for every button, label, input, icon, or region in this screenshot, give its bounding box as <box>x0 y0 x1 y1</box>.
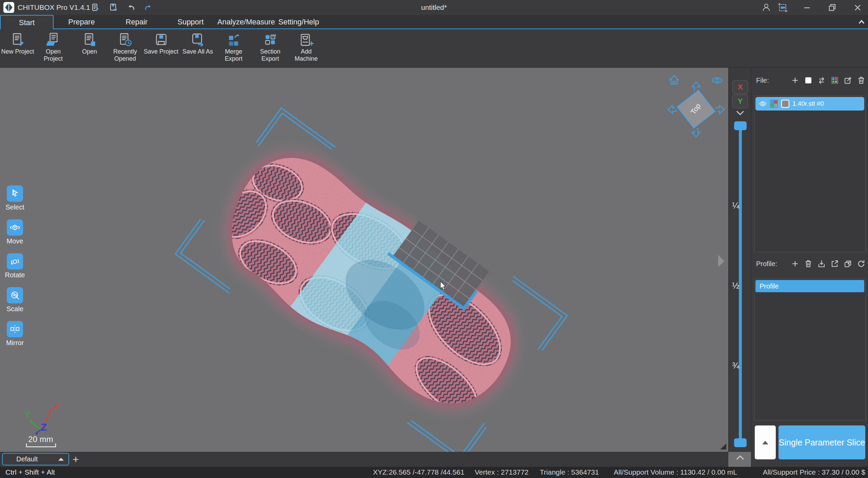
save-project-button[interactable]: Save Project <box>143 32 179 55</box>
save-project-icon <box>153 32 169 47</box>
tool-scale[interactable]: Scale <box>3 287 27 313</box>
profile-list: Profile <box>754 279 866 420</box>
tool-rotate[interactable]: Rotate <box>3 253 27 279</box>
tool-mirror[interactable]: Mirror <box>3 321 27 347</box>
section-export-icon <box>262 32 278 47</box>
slice-slider-track[interactable] <box>739 125 742 446</box>
import-profile-icon[interactable] <box>817 259 826 268</box>
scale-icon <box>10 290 20 300</box>
model-color-thumbnail <box>770 100 778 108</box>
export-profile-icon[interactable] <box>830 259 839 268</box>
chitubox-window: CHITUBOX Pro V1.4.1 untitled* <box>0 0 868 478</box>
axis-y-label: Y <box>24 410 31 420</box>
file-list-item[interactable]: 1.40r.stl #0 <box>755 97 864 111</box>
merge-export-button[interactable]: Merge Export <box>216 32 251 62</box>
save-all-as-icon <box>190 32 205 47</box>
add-profile-icon[interactable] <box>791 259 800 268</box>
file-label: File: <box>756 73 769 88</box>
redo-icon[interactable] <box>144 3 153 12</box>
move-icon <box>10 222 20 233</box>
restore-window-icon[interactable] <box>827 2 837 13</box>
slice-slider-bottom-handle[interactable] <box>734 438 747 447</box>
open-project-icon <box>45 32 61 47</box>
rotate-icon <box>10 256 20 266</box>
new-project-icon <box>10 32 25 47</box>
single-parameter-slice-button[interactable]: Single Parameter Slice <box>778 425 865 459</box>
refresh-profile-icon[interactable] <box>857 259 866 268</box>
minimize-icon[interactable] <box>802 2 812 13</box>
file-list: 1.40r.stl #0 <box>754 96 866 252</box>
model-preview-thumbnail <box>781 100 789 108</box>
scale-label: 20 mm <box>28 435 53 444</box>
panel-collapse-arrow-icon[interactable] <box>718 255 724 267</box>
slice-preview-column: X Y ¼ ½ ¾ <box>728 68 751 452</box>
open-project-button[interactable]: Open Project <box>36 32 71 62</box>
slice-slider-top-handle[interactable] <box>734 121 747 130</box>
model-shoe-sole[interactable] <box>175 107 568 452</box>
visibility-eye-icon[interactable] <box>759 100 767 107</box>
axis-indicator: X Y Z 20 mm <box>24 401 60 447</box>
fraction-half-label: ½ <box>729 281 739 291</box>
tab-analyze-measure[interactable]: Analyze/Measure <box>217 15 271 29</box>
collapse-ribbon-chevron-up-icon[interactable] <box>856 17 867 27</box>
add-workspace-button[interactable]: + <box>73 452 79 467</box>
add-file-icon[interactable] <box>791 76 800 85</box>
x-axis-button[interactable]: X <box>732 80 748 94</box>
workspace-tab-default[interactable]: Default <box>2 453 69 465</box>
close-icon[interactable] <box>852 2 863 13</box>
fraction-quarter-label: ¼ <box>729 201 739 211</box>
app-name: CHITUBOX Pro V1.4.1 <box>18 0 90 15</box>
viewport-3d[interactable]: Top X Y Z 20 mm <box>0 68 728 452</box>
undo-icon[interactable] <box>126 3 136 12</box>
fraction-three-quarter-label: ¾ <box>729 361 739 371</box>
open-button[interactable]: Open <box>72 32 107 55</box>
color-group-icon[interactable] <box>830 76 839 85</box>
profile-section-header: Profile: <box>751 256 868 271</box>
tab-start[interactable]: Start <box>0 15 54 29</box>
save-icon[interactable] <box>108 3 118 12</box>
axis-x-label: X <box>54 401 60 412</box>
chevron-down-icon[interactable] <box>736 110 745 116</box>
tab-prepare[interactable]: Prepare <box>54 15 110 29</box>
status-vertex: Vertex : 2713772 <box>475 467 529 478</box>
tab-setting-help[interactable]: Setting/Help <box>271 15 327 29</box>
delete-file-icon[interactable] <box>857 76 866 85</box>
ribbon-tab-bar: Start Prepare Repair Support Analyze/Mea… <box>0 15 868 29</box>
up-triangle-icon <box>762 441 768 444</box>
status-bar: Ctrl + Shift + Alt XYZ:26.565 /-47.778 /… <box>0 467 868 478</box>
add-machine-button[interactable]: Add Machine <box>289 32 324 62</box>
workspace-tab-label: Default <box>16 455 38 463</box>
nav-cube[interactable]: Top <box>674 87 718 131</box>
tool-move[interactable]: Move <box>3 219 27 245</box>
perspective-eye-icon[interactable] <box>712 78 722 83</box>
workspace-bar: Default + <box>0 452 728 467</box>
y-axis-button[interactable]: Y <box>732 95 748 108</box>
swap-files-icon[interactable] <box>817 76 826 85</box>
user-account-icon[interactable] <box>761 2 771 13</box>
recently-opened-button[interactable]: Recently Opened <box>107 32 143 62</box>
tab-repair[interactable]: Repair <box>110 15 164 29</box>
save-all-as-button[interactable]: Save All As <box>180 32 215 55</box>
rename-file-icon[interactable] <box>844 76 852 85</box>
share-profile-icon[interactable] <box>844 259 852 268</box>
section-export-button[interactable]: Section Export <box>253 32 288 62</box>
delete-profile-icon[interactable] <box>804 259 813 268</box>
select-box-icon[interactable] <box>804 76 813 85</box>
screenshot-icon[interactable] <box>777 2 788 13</box>
add-machine-icon <box>298 32 314 47</box>
file-section-header: File: <box>751 73 868 88</box>
project-settings-icon[interactable] <box>90 3 100 12</box>
open-file-icon <box>82 32 97 47</box>
chevron-up-icon[interactable] <box>736 455 745 460</box>
tab-support[interactable]: Support <box>164 15 217 29</box>
home-view-icon[interactable] <box>669 76 679 84</box>
axis-z-label: Z <box>41 421 47 433</box>
new-project-button[interactable]: New Project <box>0 32 35 55</box>
status-price: All/Support Price : 37.30 / 0.00 $ <box>763 467 865 478</box>
status-triangle: Triangle : 5364731 <box>540 467 599 478</box>
profile-list-item[interactable]: Profile <box>755 280 864 292</box>
mirror-icon <box>10 324 20 334</box>
slice-mode-expand-button[interactable] <box>755 425 776 459</box>
profile-name: Profile <box>760 282 779 290</box>
tool-select[interactable]: Select <box>3 185 27 211</box>
